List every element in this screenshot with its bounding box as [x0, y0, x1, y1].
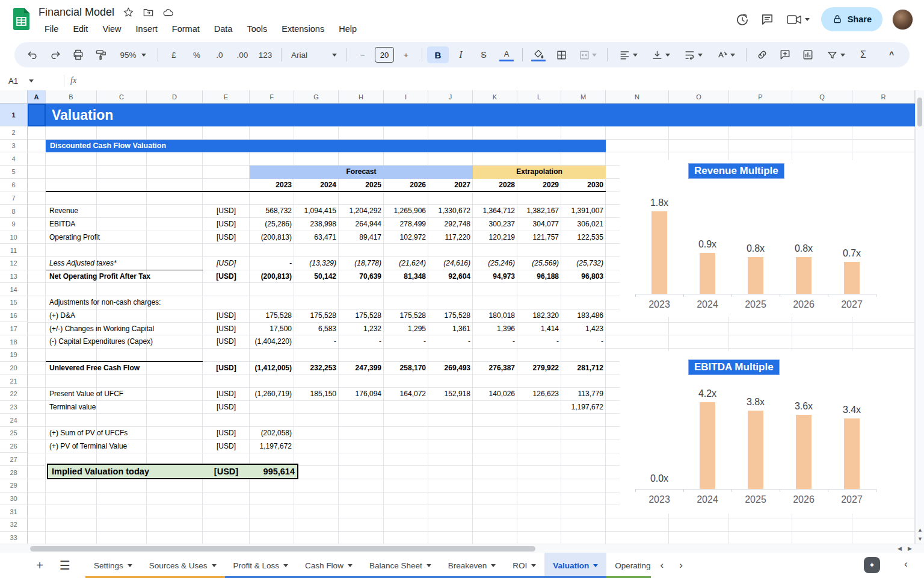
table-cell-value[interactable]: 264,944 — [330, 218, 381, 231]
table-row-label[interactable]: (+) Sum of PV of UFCFs — [49, 427, 128, 440]
column-header-m[interactable]: M — [561, 90, 606, 104]
column-header-f[interactable]: F — [250, 90, 294, 104]
table-row-label[interactable]: Terminal value — [49, 401, 96, 414]
scroll-right-icon[interactable]: ▶ — [905, 544, 914, 553]
table-cell-value[interactable]: (13,329) — [285, 257, 336, 270]
table-row-label[interactable]: Unlevered Free Cash Flow — [49, 362, 140, 375]
text-wrap-icon[interactable] — [677, 46, 709, 63]
all-sheets-icon[interactable]: ☰ — [57, 557, 73, 574]
decrease-font-size-icon[interactable]: − — [352, 46, 374, 63]
row-header-32[interactable]: 32 — [0, 518, 28, 532]
sheet-tab-menu-icon[interactable] — [283, 564, 288, 567]
meet-video-icon[interactable] — [785, 11, 812, 27]
table-cell-value[interactable]: 17,500 — [241, 323, 292, 336]
table-cell-value[interactable]: 247,399 — [330, 362, 381, 375]
row-header-20[interactable]: 20 — [0, 362, 28, 375]
table-cell-value[interactable]: 1,265,906 — [375, 205, 426, 218]
menu-data[interactable]: Data — [208, 23, 239, 35]
add-sheet-icon[interactable]: + — [31, 557, 48, 574]
year-header[interactable]: 2024 — [285, 179, 336, 192]
table-cell-value[interactable]: (25,569) — [508, 257, 559, 270]
year-header[interactable]: 2030 — [552, 179, 603, 192]
table-cell-value[interactable]: 183,486 — [552, 309, 603, 323]
insert-link-icon[interactable] — [751, 46, 773, 63]
column-header-a[interactable]: A — [28, 90, 46, 104]
table-row-label[interactable]: Adjustments for non-cash charges: — [49, 296, 161, 309]
explore-spark-icon[interactable]: ✦ — [864, 557, 880, 573]
table-row-label[interactable]: Less Adjusted taxes* — [49, 257, 117, 270]
font-size-input[interactable]: 20 — [375, 47, 394, 63]
row-header-23[interactable]: 23 — [0, 401, 28, 414]
row-header-12[interactable]: 12 — [0, 257, 28, 270]
row-header-6[interactable]: 6 — [0, 179, 28, 192]
row-header-27[interactable]: 27 — [0, 453, 28, 467]
row-header-15[interactable]: 15 — [0, 296, 28, 309]
column-header-b[interactable]: B — [46, 90, 97, 104]
sheet-tab-breakeven[interactable]: Breakeven — [440, 553, 505, 578]
table-cell-value[interactable]: (21,624) — [375, 257, 426, 270]
table-cell-value[interactable]: 164,072 — [375, 388, 426, 401]
table-cell-value[interactable]: 1,382,167 — [508, 205, 559, 218]
row-header-16[interactable]: 16 — [0, 309, 28, 323]
table-cell-value[interactable]: 304,077 — [508, 218, 559, 231]
tab-scroll-right-icon[interactable]: › — [679, 559, 683, 571]
avatar[interactable] — [892, 9, 913, 30]
row-header-33[interactable]: 33 — [0, 532, 28, 544]
table-cell-value[interactable]: 1,197,672 — [241, 440, 292, 453]
column-header-r[interactable]: R — [852, 90, 915, 104]
functions-icon[interactable]: Σ — [852, 46, 874, 63]
table-cell-value[interactable]: 279,922 — [508, 362, 559, 375]
table-cell-value[interactable]: (202,058) — [241, 427, 292, 440]
table-cell-value[interactable]: (24,616) — [419, 257, 470, 270]
menu-file[interactable]: File — [38, 23, 64, 35]
table-cell-value[interactable]: 102,972 — [375, 231, 426, 244]
row-header-26[interactable]: 26 — [0, 440, 28, 453]
table-cell-value[interactable]: 70,639 — [330, 270, 381, 284]
column-header-e[interactable]: E — [203, 90, 250, 104]
table-cell-value[interactable]: (25,732) — [552, 257, 603, 270]
column-header-k[interactable]: K — [473, 90, 517, 104]
sheet-tab-sources-uses[interactable]: Sources & Uses — [141, 553, 225, 578]
table-cell-value[interactable]: 278,499 — [375, 218, 426, 231]
sheet-tab-menu-icon[interactable] — [491, 564, 496, 567]
version-history-icon[interactable] — [735, 11, 750, 27]
row-header-18[interactable]: 18 — [0, 335, 28, 349]
table-cell-value[interactable]: 6,583 — [285, 323, 336, 336]
print-icon[interactable] — [67, 46, 89, 63]
menu-extensions[interactable]: Extensions — [276, 23, 330, 35]
sheet-tab-profit-loss[interactable]: Profit & Loss — [225, 553, 297, 578]
row-header-5[interactable]: 5 — [0, 166, 28, 179]
year-header[interactable]: 2029 — [508, 179, 559, 192]
table-row-label[interactable]: EBITDA — [49, 218, 75, 231]
table-cell-value[interactable]: - — [285, 335, 336, 349]
percent-format-icon[interactable]: % — [186, 46, 208, 63]
row-header-29[interactable]: 29 — [0, 479, 28, 493]
table-row-label[interactable]: Net Operating Profit After Tax — [49, 270, 150, 284]
increase-decimal-icon[interactable]: .00 — [232, 46, 253, 63]
column-header-q[interactable]: Q — [792, 90, 852, 104]
table-cell-value[interactable]: 1,204,292 — [330, 205, 381, 218]
column-header-n[interactable]: N — [606, 90, 669, 104]
year-header[interactable]: 2026 — [375, 179, 426, 192]
name-box[interactable]: A1 — [0, 76, 58, 85]
table-cell-value[interactable]: 117,220 — [419, 231, 470, 244]
sheet-tab-settings[interactable]: Settings — [85, 553, 141, 578]
merge-cells-icon[interactable] — [573, 46, 602, 63]
row-header-4[interactable]: 4 — [0, 152, 28, 166]
table-cell-value[interactable]: 113,779 — [552, 388, 603, 401]
year-header[interactable]: 2027 — [419, 179, 470, 192]
sheet-tab-menu-icon[interactable] — [128, 564, 132, 567]
star-icon[interactable] — [123, 7, 134, 18]
menu-view[interactable]: View — [96, 23, 127, 35]
table-cell-value[interactable]: 1,361 — [419, 323, 470, 336]
row-header-11[interactable]: 11 — [0, 244, 28, 257]
table-row-label[interactable]: Operating Profit — [49, 231, 100, 244]
redo-icon[interactable] — [45, 46, 66, 63]
borders-icon[interactable] — [550, 46, 572, 63]
table-cell-value[interactable]: 238,998 — [285, 218, 336, 231]
sheet-tab-menu-icon[interactable] — [427, 564, 431, 567]
sheet-tab-valuation[interactable]: Valuation — [544, 553, 606, 578]
row-header-1[interactable]: 1 — [0, 104, 28, 126]
horizontal-scrollbar-thumb[interactable] — [30, 546, 535, 552]
sheet-tab-menu-icon[interactable] — [593, 564, 598, 567]
